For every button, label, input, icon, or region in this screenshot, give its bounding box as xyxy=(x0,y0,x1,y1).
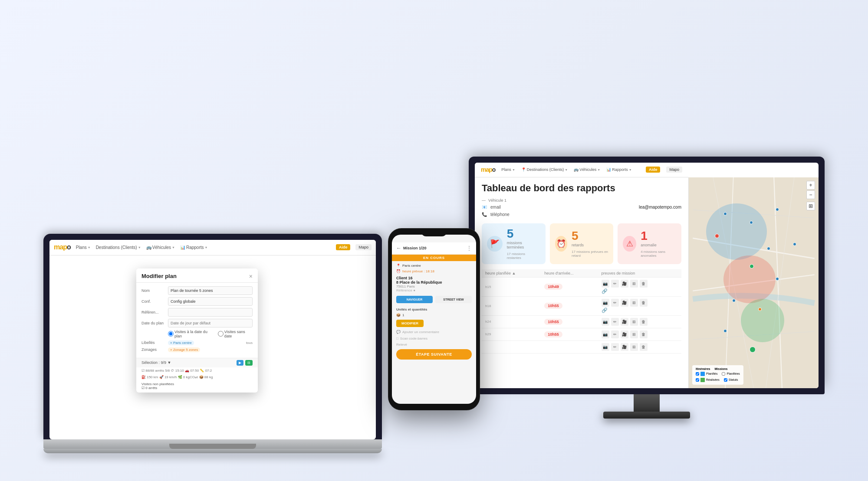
phone-scan-row[interactable]: □ Scan code-barres xyxy=(392,335,476,342)
modal-sel-btn[interactable]: ▶ xyxy=(237,360,243,366)
phone-modifier-btn[interactable]: MODIFIER xyxy=(396,320,424,327)
monitor-nav-vehicules[interactable]: 🚌 Véhicules ▼ xyxy=(574,167,600,172)
table-row: h29 10h55 📷 ✏ 🎥 ⊞ 🗑 xyxy=(482,328,681,340)
trash-icon[interactable]: 🗑 xyxy=(640,280,648,288)
legend-statuts-check[interactable] xyxy=(724,378,727,382)
monitor-map-legend: Itinéraires Missions Planifiés P xyxy=(692,365,743,385)
monitor-user-btn[interactable]: Mapo xyxy=(666,167,682,173)
monitor-nav-plans[interactable]: Plans ▼ xyxy=(501,167,515,172)
cell-planned: h24 xyxy=(482,315,541,328)
modal-overlay: Modifier plan × Nom Conf. Confi xyxy=(49,255,376,439)
edit-icon[interactable]: ✏ xyxy=(611,299,619,307)
legend-statuts: Statuts xyxy=(724,378,738,382)
edit-icon[interactable]: ✏ xyxy=(611,318,619,326)
monitor-marker xyxy=(750,221,753,224)
cell-proofs: 📷 ✏ 🎥 ⊞ 🗑 🔗 xyxy=(598,277,681,296)
modal-select-conf[interactable]: Config globale xyxy=(168,297,253,306)
video-icon[interactable]: 🎥 xyxy=(621,330,628,338)
phone-comment-row[interactable]: 💬 Ajouter un commentaire xyxy=(392,329,476,335)
col-arrived[interactable]: heure d'arrivée... xyxy=(541,269,598,278)
phone-action-btns: NAVIGUER STREET VIEW xyxy=(392,293,476,306)
cell-arrived: 10h55 xyxy=(541,328,598,340)
clip-link[interactable]: 🔗 xyxy=(602,308,678,313)
grid-icon[interactable]: ⊞ xyxy=(630,318,638,326)
laptop-nav-rapports[interactable]: 📊 Rapports ▼ xyxy=(180,245,208,250)
phone-scan-link: Scan code-barres xyxy=(400,337,427,340)
col-proofs: preuves de mission xyxy=(598,269,681,278)
monitor-nav-destinations[interactable]: 📍 Destinations (Clients) ▼ xyxy=(521,167,568,172)
camera-icon[interactable]: 📷 xyxy=(602,280,609,288)
grid-icon[interactable]: ⊞ xyxy=(630,330,638,338)
vehicle-row: — Véhicule 1 xyxy=(482,197,681,203)
camera-icon[interactable]: 📷 xyxy=(602,343,609,351)
phone-client-name: Client 16 xyxy=(396,276,472,280)
monitor-zone-red xyxy=(723,255,776,303)
table-row: h15 10h49 📷 ✏ 🎥 ⊞ 🗑 xyxy=(482,277,681,296)
laptop-screen-wrapper: mapo Plans ▼ Destinations (Clients) ▼ 🚌 … xyxy=(43,234,382,439)
monitor-nav-rapports[interactable]: 📊 Rapports ▼ xyxy=(606,167,631,172)
trash-icon[interactable]: 🗑 xyxy=(640,343,648,351)
monitor-layers[interactable]: ⊞ xyxy=(806,202,815,210)
kpi-retards: ⏰ 5 retards 17 missions prévues en retar… xyxy=(550,223,614,264)
kpi-anomalie-sub: 4 missions sans anomalies xyxy=(641,250,676,258)
legend-planifies-check[interactable] xyxy=(696,372,699,376)
kpi-retards-info: 5 retards 17 missions prévues en retard xyxy=(572,230,608,258)
laptop-nav-plans[interactable]: Plans ▼ xyxy=(76,245,91,250)
phone-paris-centre: Paris centre xyxy=(402,264,421,268)
phone-scan-icon: □ xyxy=(396,337,398,340)
video-icon[interactable]: 🎥 xyxy=(621,299,628,307)
modal-radio-sans-date[interactable]: Visites sans date xyxy=(218,330,253,338)
modal-input-nom[interactable] xyxy=(168,286,253,295)
kpi-retards-label: retards xyxy=(572,243,608,247)
laptop-nav-destinations[interactable]: Destinations (Clients) ▼ xyxy=(96,245,141,250)
modal-tag-libelles[interactable]: × Paris centre xyxy=(168,340,194,345)
phone-etape-btn[interactable]: ÉTAPE SUIVANTE xyxy=(396,349,472,360)
laptop-nav-vehicules[interactable]: 🚌 Véhicules ▼ xyxy=(146,245,175,250)
clip-link[interactable]: 🔗 xyxy=(602,288,678,294)
monitor-zoom-out[interactable]: − xyxy=(806,190,815,199)
grid-icon[interactable]: ⊞ xyxy=(630,299,638,307)
monitor-zoom-in[interactable]: + xyxy=(806,181,815,190)
modal-input-ref[interactable] xyxy=(168,308,253,317)
camera-icon[interactable]: 📷 xyxy=(602,299,609,307)
phone-address: 8 Place de la République xyxy=(396,280,472,285)
laptop-screen: mapo Plans ▼ Destinations (Clients) ▼ 🚌 … xyxy=(49,240,376,439)
modal-close-btn[interactable]: × xyxy=(249,273,253,280)
trash-icon[interactable]: 🗑 xyxy=(640,330,648,338)
kpi-missions: 🚩 5 missions terminées 17 missions resta… xyxy=(482,223,546,264)
monitor-marker-green xyxy=(750,264,754,268)
kpi-missions-number: 5 xyxy=(507,228,540,240)
camera-icon[interactable]: 📷 xyxy=(602,330,609,338)
phone-city: 75011 Paris xyxy=(396,285,472,288)
monitor-aide-btn[interactable]: Aide xyxy=(646,167,661,173)
edit-icon[interactable]: ✏ xyxy=(611,280,619,288)
modal-input-date[interactable] xyxy=(168,319,253,327)
col-planned[interactable]: heure planifiée ▲ xyxy=(482,269,541,278)
edit-icon[interactable]: ✏ xyxy=(611,330,619,338)
edit-icon[interactable]: ✏ xyxy=(611,343,619,351)
laptop-aide-btn[interactable]: Aide xyxy=(336,244,351,250)
camera-icon[interactable]: 📷 xyxy=(602,318,609,326)
modal-radio-date[interactable]: Visites à la date du plan xyxy=(168,330,214,338)
laptop-user-btn[interactable]: Mapo xyxy=(355,244,372,250)
legend-realisees-check[interactable] xyxy=(696,378,699,382)
table-row: h24 10h55 📷 ✏ 🎥 ⊞ 🗑 xyxy=(482,315,681,328)
phone-time-label: heure prévue : 18:18 xyxy=(402,269,434,273)
legend-row2: Réalisées Statuts xyxy=(696,377,740,383)
video-icon[interactable]: 🎥 xyxy=(621,318,628,326)
monitor-device: mapo Plans ▼ 📍 Destinations (Clients) ▼ … xyxy=(469,157,825,419)
phone-menu-btn[interactable]: ⋮ xyxy=(467,245,472,251)
modal-export-btn[interactable]: ⊟ xyxy=(245,360,253,366)
phone-navigate-btn[interactable]: NAVIGUER xyxy=(396,296,433,303)
video-icon[interactable]: 🎥 xyxy=(621,343,628,351)
phone-back-btn[interactable]: ← xyxy=(396,245,401,251)
modal-label-libelles: Libellés xyxy=(141,340,165,345)
video-icon[interactable]: 🎥 xyxy=(621,280,628,288)
legend-missions-check[interactable] xyxy=(722,372,725,376)
trash-icon[interactable]: 🗑 xyxy=(640,318,648,326)
grid-icon[interactable]: ⊞ xyxy=(630,343,638,351)
phone-street-btn[interactable]: STREET VIEW xyxy=(435,296,472,303)
trash-icon[interactable]: 🗑 xyxy=(640,299,648,307)
modal-tag-zonages[interactable]: × Zonage 5 zones xyxy=(168,347,200,352)
grid-icon[interactable]: ⊞ xyxy=(630,280,638,288)
